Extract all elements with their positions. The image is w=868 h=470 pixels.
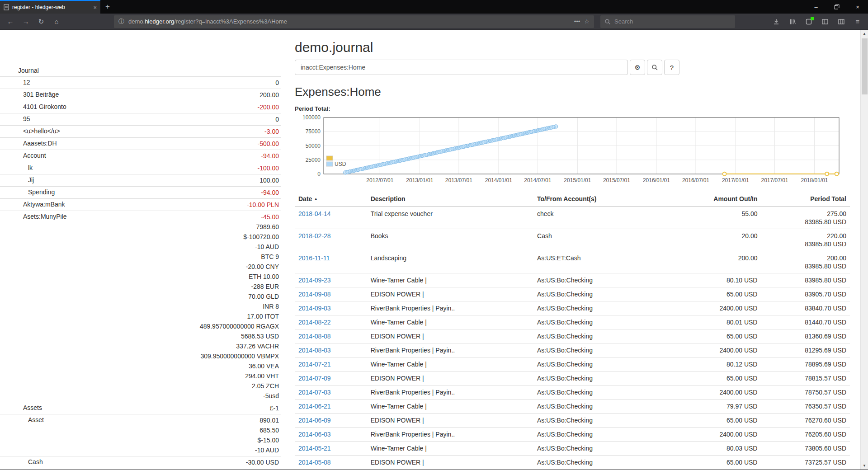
sidebar-account-link[interactable]: <u>hello</u>	[0, 127, 264, 136]
sidebar-account-link[interactable]: Asets:MunyPile	[0, 212, 200, 221]
register-row[interactable]: 2014-09-23Wine-Tarner Cable |As:US:Bo:Ch…	[295, 273, 850, 287]
date-link[interactable]: 2014-09-08	[298, 291, 331, 298]
sidebar-account-link[interactable]: Aaasets:DH	[0, 139, 258, 148]
menu-icon[interactable]: ≡	[851, 15, 864, 28]
scrollbar[interactable]: ▲ ▼	[860, 30, 868, 470]
sidebar-account-link[interactable]: Jij	[0, 175, 259, 185]
library-icon[interactable]	[786, 15, 799, 28]
account-link[interactable]: As:US:Bo:Checking	[537, 389, 593, 396]
help-button[interactable]: ?	[664, 60, 679, 75]
date-link[interactable]: 2014-08-08	[298, 333, 331, 340]
sidebar-account-link[interactable]: Cash	[0, 457, 246, 467]
register-row[interactable]: 2014-08-22Wine-Tarner Cable |As:US:Bo:Ch…	[295, 315, 850, 329]
date-link[interactable]: 2016-11-11	[298, 254, 330, 262]
register-row[interactable]: 2014-08-08EDISON POWER |As:US:Bo:Checkin…	[295, 329, 850, 343]
register-row[interactable]: 2014-05-08EDISON POWER |As:US:Bo:Checkin…	[295, 456, 850, 470]
date-link[interactable]: 2014-09-03	[298, 305, 331, 312]
date-link[interactable]: 2014-06-09	[298, 417, 331, 424]
scroll-down-icon[interactable]: ▼	[861, 462, 868, 470]
account-link[interactable]: As:US:Bo:Checking	[537, 375, 593, 382]
register-row[interactable]: 2016-11-11LandscapingAs:US:ET:Cash200.00…	[295, 251, 850, 273]
date-link[interactable]: 2014-07-21	[298, 361, 331, 368]
extension-icon[interactable]	[802, 15, 816, 28]
sidebar-account-link[interactable]: Spending	[0, 188, 261, 197]
browser-search-field[interactable]: Search	[600, 15, 735, 28]
date-link[interactable]: 2014-06-03	[298, 431, 331, 438]
sidebar-account-link[interactable]: Assets	[0, 403, 270, 413]
account-link[interactable]: As:US:Bo:Checking	[537, 459, 593, 466]
register-row[interactable]: 2014-09-03RiverBank Properties | Payin..…	[295, 301, 850, 315]
tab-close-icon[interactable]: ×	[93, 4, 97, 11]
date-link[interactable]: 2014-07-03	[298, 389, 331, 396]
register-row[interactable]: 2014-06-21Wine-Tarner Cable |As:US:Bo:Ch…	[295, 400, 850, 414]
sidebar-journal-link[interactable]: Journal	[0, 66, 279, 75]
account-link[interactable]: Cash	[537, 232, 552, 240]
page-actions-icon[interactable]: •••	[574, 18, 580, 25]
browser-tab[interactable]: register - hledger-web ×	[0, 0, 100, 14]
sidebar-account-link[interactable]: 95	[0, 114, 275, 124]
date-link[interactable]: 2018-02-28	[298, 232, 331, 240]
register-row[interactable]: 2018-04-14Trial expense vouchercheck55.0…	[295, 207, 850, 229]
register-row[interactable]: 2014-09-08EDISON POWER |As:US:Bo:Checkin…	[295, 287, 850, 301]
register-row[interactable]: 2014-06-09EDISON POWER |As:US:Bo:Checkin…	[295, 414, 850, 428]
scrollbar-thumb[interactable]	[862, 38, 868, 94]
date-link[interactable]: 2014-05-08	[298, 459, 331, 466]
clear-query-button[interactable]: ⊗	[630, 60, 645, 75]
date-link[interactable]: 2014-05-21	[298, 445, 331, 452]
account-link[interactable]: As:US:Bo:Checking	[537, 445, 593, 452]
search-button[interactable]	[647, 60, 662, 75]
home-icon[interactable]: ⌂	[50, 15, 63, 28]
url-bar[interactable]: ⓘ demo.hledger.org/register?q=inacct%3AE…	[114, 15, 594, 28]
sidebar-account-link[interactable]: Account	[0, 151, 261, 160]
register-row[interactable]: 2014-07-09EDISON POWER |As:US:Bo:Checkin…	[295, 371, 850, 385]
account-link[interactable]: As:US:Bo:Checking	[537, 431, 593, 438]
grid-icon[interactable]	[835, 15, 848, 28]
window-restore-button[interactable]	[826, 0, 847, 14]
account-link[interactable]: As:US:Bo:Checking	[537, 347, 593, 354]
back-icon[interactable]: ←	[4, 15, 17, 28]
download-icon[interactable]	[769, 15, 783, 28]
account-link[interactable]: As:US:Bo:Checking	[537, 277, 593, 284]
account-link[interactable]: As:US:Bo:Checking	[537, 403, 593, 410]
sidebar-account-link[interactable]: Asset	[0, 415, 255, 425]
forward-icon[interactable]: →	[19, 15, 33, 28]
account-link[interactable]: As:US:Bo:Checking	[537, 361, 593, 368]
cell-description: Landscaping	[367, 251, 533, 273]
date-link[interactable]: 2014-07-09	[298, 375, 331, 382]
date-link[interactable]: 2018-04-14	[298, 210, 331, 217]
window-close-button[interactable]: ×	[847, 0, 868, 14]
sidebars-icon[interactable]	[818, 15, 832, 28]
window-minimize-button[interactable]: –	[806, 0, 826, 14]
account-link[interactable]: As:US:Bo:Checking	[537, 291, 593, 298]
sidebar-account-link[interactable]: Aktywa:mBank	[0, 200, 247, 209]
site-info-icon[interactable]: ⓘ	[118, 18, 124, 26]
cell-account: check	[533, 207, 672, 229]
sidebar-account-link[interactable]: lk	[0, 163, 258, 173]
bookmark-star-icon[interactable]: ☆	[584, 18, 590, 25]
register-row[interactable]: 2014-06-03RiverBank Properties | Payin..…	[295, 428, 850, 442]
account-link[interactable]: As:US:Bo:Checking	[537, 333, 593, 340]
date-link[interactable]: 2014-09-23	[298, 277, 331, 284]
query-input[interactable]	[295, 60, 628, 75]
register-row[interactable]: 2018-02-28BooksCash20.00220.0083985.80 U…	[295, 229, 850, 251]
date-link[interactable]: 2014-08-03	[298, 347, 331, 354]
sidebar-account-link[interactable]: 301 Beiträge	[0, 90, 259, 99]
new-tab-button[interactable]: +	[100, 0, 115, 14]
scroll-up-icon[interactable]: ▲	[861, 30, 868, 38]
account-link[interactable]: As:US:Bo:Checking	[537, 417, 593, 424]
register-row[interactable]: 2014-07-21Wine-Tarner Cable |As:US:Bo:Ch…	[295, 357, 850, 371]
account-balance: ETH 10.00	[200, 272, 279, 282]
sidebar-account-link[interactable]: 12	[0, 78, 275, 87]
reload-icon[interactable]: ↻	[34, 15, 48, 28]
account-link[interactable]: As:US:Bo:Checking	[537, 319, 593, 326]
account-link[interactable]: check	[537, 210, 554, 217]
date-link[interactable]: 2014-06-21	[298, 403, 331, 410]
account-link[interactable]: As:US:Bo:Checking	[537, 305, 593, 312]
register-row[interactable]: 2014-05-21Wine-Tarner Cable |As:US:Bo:Ch…	[295, 442, 850, 456]
date-link[interactable]: 2014-08-22	[298, 319, 331, 326]
account-link[interactable]: As:US:ET:Cash	[537, 254, 580, 262]
register-row[interactable]: 2014-08-03RiverBank Properties | Payin..…	[295, 343, 850, 357]
column-header-date[interactable]: Date▲	[295, 192, 367, 207]
sidebar-account-link[interactable]: 4101 Girokonto	[0, 102, 258, 112]
register-row[interactable]: 2014-07-03RiverBank Properties | Payin..…	[295, 385, 850, 400]
